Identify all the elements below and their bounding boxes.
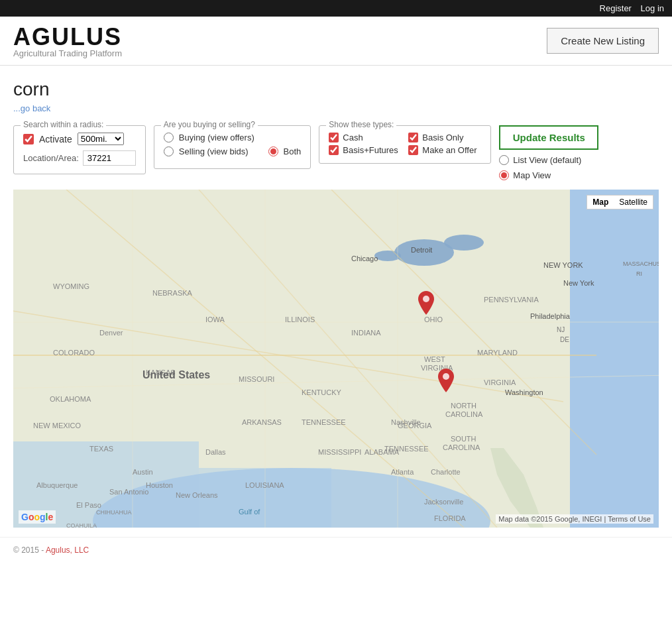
- results-controls: Update Results List View (default) Map V…: [499, 125, 598, 180]
- both-radio[interactable]: [268, 146, 278, 156]
- footer: © 2015 - Agulus, LLC: [0, 537, 672, 563]
- register-link[interactable]: Register: [600, 3, 632, 13]
- svg-text:MISSISSIPPI: MISSISSIPPI: [318, 448, 361, 456]
- svg-text:TENNESSEE: TENNESSEE: [302, 418, 346, 426]
- svg-text:Albuquerque: Albuquerque: [36, 481, 78, 489]
- svg-text:ILLINOIS: ILLINOIS: [285, 315, 315, 323]
- basis-futures-type-row: Basis+Futures: [329, 145, 402, 155]
- basis-only-label: Basis Only: [422, 133, 463, 143]
- update-results-button[interactable]: Update Results: [499, 125, 598, 150]
- svg-text:CAROLINA: CAROLINA: [445, 410, 483, 418]
- svg-text:CHIHUAHUA: CHIHUAHUA: [96, 509, 132, 516]
- svg-text:INDIANA: INDIANA: [351, 329, 381, 337]
- buy-sell-legend: Are you buying or selling?: [161, 120, 258, 129]
- list-view-label: List View (default): [513, 155, 581, 165]
- page-content: corn ...go back Search within a radius: …: [0, 66, 672, 534]
- svg-text:Washington: Washington: [505, 388, 543, 396]
- map-view-option[interactable]: Map View: [499, 170, 598, 180]
- basis-only-checkbox[interactable]: [408, 133, 418, 143]
- basis-only-type-row: Basis Only: [408, 133, 481, 143]
- cash-type-row: Cash: [329, 133, 402, 143]
- svg-text:COAHUILA: COAHUILA: [66, 522, 97, 528]
- svg-text:VIRGINIA: VIRGINIA: [484, 378, 516, 386]
- make-offer-checkbox[interactable]: [408, 145, 418, 155]
- svg-text:El Paso: El Paso: [76, 501, 101, 509]
- svg-text:OKLAHOMA: OKLAHOMA: [50, 395, 91, 403]
- svg-text:IOWA: IOWA: [205, 315, 225, 323]
- map-pin-ohio[interactable]: [418, 291, 434, 315]
- footer-copyright: © 2015 -: [13, 545, 46, 555]
- radius-legend: Search within a radius:: [21, 120, 106, 129]
- svg-text:NEBRASKA: NEBRASKA: [152, 289, 193, 297]
- logo-area: AGULUS Agricultural Trading Platform: [13, 23, 122, 58]
- svg-text:FLORIDA: FLORIDA: [434, 514, 466, 522]
- cash-label: Cash: [343, 133, 363, 143]
- logo-text: AGULUS: [13, 23, 122, 51]
- map-type-controls: Map Satellite: [587, 195, 653, 209]
- svg-text:LOUISIANA: LOUISIANA: [245, 481, 284, 489]
- go-back-link[interactable]: ...go back: [13, 103, 50, 113]
- list-view-option[interactable]: List View (default): [499, 155, 598, 165]
- svg-text:New York: New York: [563, 279, 594, 287]
- radius-filter-box: Search within a radius: Activate 500mi. …: [13, 125, 146, 174]
- buying-row: Buying (view offers): [164, 133, 302, 143]
- activate-label: Activate: [39, 134, 72, 144]
- basis-futures-label: Basis+Futures: [343, 145, 398, 155]
- svg-text:SOUTH: SOUTH: [451, 435, 476, 443]
- buying-label: Buying (view offers): [179, 133, 254, 143]
- svg-text:OHIO: OHIO: [424, 315, 443, 323]
- logo-tagline: Agricultural Trading Platform: [13, 48, 122, 58]
- login-link[interactable]: Log in: [641, 3, 664, 13]
- svg-text:KENTUCKY: KENTUCKY: [302, 388, 342, 396]
- selling-radio[interactable]: [164, 146, 174, 156]
- buying-radio[interactable]: [164, 133, 174, 143]
- svg-text:WYOMING: WYOMING: [53, 282, 89, 290]
- svg-text:Gulf of: Gulf of: [239, 508, 260, 516]
- svg-text:RI: RI: [636, 270, 642, 277]
- types-legend: Show these types:: [326, 120, 396, 129]
- svg-text:WEST: WEST: [424, 355, 445, 363]
- svg-text:NJ: NJ: [557, 326, 565, 333]
- svg-text:New Orleans: New Orleans: [176, 491, 218, 499]
- map-view-radio[interactable]: [499, 170, 509, 180]
- types-grid: Cash Basis Only Basis+Futures Make an Of…: [329, 133, 481, 155]
- svg-text:CAROLINA: CAROLINA: [443, 443, 480, 451]
- google-logo: Google: [19, 510, 56, 524]
- svg-text:DE: DE: [560, 336, 569, 343]
- svg-text:Denver: Denver: [99, 329, 123, 337]
- svg-text:MASSACHUSETTS: MASSACHUSETTS: [623, 260, 659, 267]
- svg-text:NEW MEXICO: NEW MEXICO: [33, 422, 82, 429]
- svg-text:Dallas: Dallas: [205, 448, 226, 456]
- svg-text:Philadelphia: Philadelphia: [530, 312, 571, 320]
- cash-checkbox[interactable]: [329, 133, 339, 143]
- footer-company-link[interactable]: Agulus, LLC: [46, 545, 89, 555]
- svg-text:Houston: Houston: [146, 481, 173, 489]
- map-pin-charlotte[interactable]: [438, 369, 454, 392]
- map-type-map-button[interactable]: Map: [587, 196, 614, 209]
- location-input[interactable]: [83, 150, 136, 166]
- svg-rect-1: [570, 190, 659, 528]
- svg-text:PENNSYLVANIA: PENNSYLVANIA: [484, 296, 539, 304]
- svg-text:Austin: Austin: [133, 468, 153, 476]
- activate-row: Activate 500mi. 50mi. 100mi. 200mi. 1000…: [23, 133, 136, 145]
- svg-text:TENNESSEE: TENNESSEE: [384, 445, 429, 453]
- make-offer-label: Make an Offer: [422, 145, 476, 155]
- map-type-satellite-button[interactable]: Satellite: [614, 196, 653, 209]
- basis-futures-checkbox[interactable]: [329, 145, 339, 155]
- svg-text:Jacksonville: Jacksonville: [424, 498, 463, 506]
- svg-text:TEXAS: TEXAS: [89, 445, 113, 453]
- page-title: corn: [13, 79, 659, 100]
- buy-sell-filter-box: Are you buying or selling? Buying (view …: [154, 125, 311, 169]
- radius-select[interactable]: 500mi. 50mi. 100mi. 200mi. 1000mi.: [78, 133, 124, 145]
- svg-text:Detroit: Detroit: [411, 246, 432, 254]
- list-view-radio[interactable]: [499, 155, 509, 165]
- create-listing-button[interactable]: Create New Listing: [547, 28, 659, 54]
- make-offer-type-row: Make an Offer: [408, 145, 481, 155]
- svg-text:San Antonio: San Antonio: [109, 488, 148, 496]
- svg-text:Nashville: Nashville: [391, 418, 421, 426]
- svg-point-82: [443, 373, 449, 380]
- svg-text:ARKANSAS: ARKANSAS: [242, 418, 282, 426]
- activate-checkbox[interactable]: [23, 134, 34, 144]
- selling-label: Selling (view bids): [179, 146, 249, 156]
- map-attribution: Map data ©2015 Google, INEGI | Terms of …: [496, 514, 653, 524]
